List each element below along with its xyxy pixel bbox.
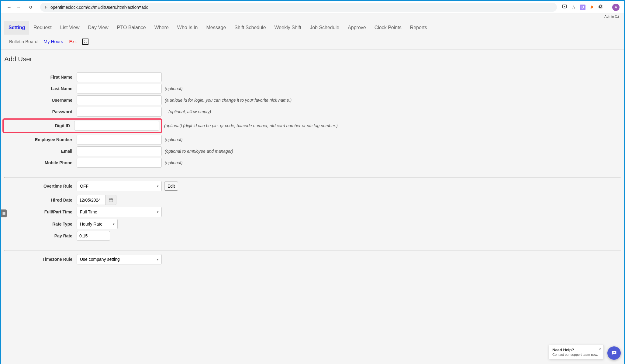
input-username[interactable] bbox=[77, 95, 162, 105]
url-bar[interactable]: ⊪ opentimeclock.com/q2/mEditUsers.html?a… bbox=[40, 3, 557, 12]
label-username: Username bbox=[4, 98, 77, 103]
extensions-puzzle-icon[interactable] bbox=[598, 4, 603, 11]
nav-tab-reports[interactable]: Reports bbox=[406, 21, 431, 35]
label-email: Email bbox=[4, 149, 77, 154]
bookmark-star-icon[interactable]: ☆ bbox=[571, 4, 576, 10]
input-password[interactable] bbox=[77, 107, 162, 117]
button-edit-overtime[interactable]: Edit bbox=[164, 182, 178, 191]
toolbar-divider bbox=[608, 5, 608, 10]
help-title: Need Help? bbox=[552, 348, 600, 352]
nav-secondary: Bulletin Board My Hours Exit bbox=[4, 36, 621, 47]
nav-tab-approve[interactable]: Approve bbox=[344, 21, 370, 35]
input-digit-id[interactable] bbox=[74, 121, 159, 131]
label-first-name: First Name bbox=[4, 75, 77, 80]
label-timezone-rule: Timezone Rule bbox=[4, 257, 77, 262]
field-full-part-time: Full/Part Time Full Time bbox=[4, 207, 621, 217]
nav-tab-list-view[interactable]: List View bbox=[56, 21, 84, 35]
select-rate-type[interactable]: Hourly Rate bbox=[77, 219, 118, 229]
nav-tab-day-view[interactable]: Day View bbox=[84, 21, 113, 35]
label-password: Password bbox=[4, 109, 77, 114]
install-app-icon[interactable] bbox=[562, 4, 567, 11]
hint-digit-id: (optional) (digit id can be pin, qr code… bbox=[164, 123, 338, 128]
input-last-name[interactable] bbox=[77, 84, 162, 94]
extension-d-icon[interactable]: D bbox=[580, 5, 585, 10]
field-rate-type: Rate Type Hourly Rate bbox=[4, 219, 621, 229]
admin-info[interactable]: Admin (1) bbox=[1, 13, 624, 18]
nav-link-exit[interactable]: Exit bbox=[66, 36, 80, 47]
nav-tab-who-is-in[interactable]: Who Is In bbox=[173, 21, 202, 35]
field-timezone-rule: Timezone Rule Use company setting bbox=[4, 254, 621, 264]
label-mobile-phone: Mobile Phone bbox=[4, 160, 77, 165]
field-pay-rate: Pay Rate bbox=[4, 231, 621, 241]
hint-employee-number: (optional) bbox=[165, 137, 182, 142]
forward-button[interactable]: → bbox=[15, 3, 22, 11]
label-digit-id: Digit ID bbox=[4, 123, 74, 128]
field-overtime-rule: Overtime Rule OFF Edit bbox=[4, 181, 621, 191]
main-nav: Setting Request List View Day View PTO B… bbox=[1, 18, 624, 50]
label-full-part-time: Full/Part Time bbox=[4, 209, 77, 214]
reload-button[interactable]: ⟳ bbox=[27, 4, 35, 11]
nav-tab-shift-schedule[interactable]: Shift Schedule bbox=[230, 21, 270, 35]
date-picker-hired bbox=[77, 195, 116, 205]
nav-tab-where[interactable]: Where bbox=[150, 21, 173, 35]
hint-email: (optional to employee and manager) bbox=[165, 149, 233, 154]
nav-link-bulletin-board[interactable]: Bulletin Board bbox=[6, 36, 40, 47]
page: Admin (1) Setting Request List View Day … bbox=[1, 13, 624, 364]
profile-avatar[interactable]: A bbox=[612, 4, 620, 11]
page-title: Add User bbox=[4, 55, 621, 63]
input-hired-date[interactable] bbox=[77, 195, 105, 205]
browser-chrome: ← → ⟳ ⊪ opentimeclock.com/q2/mEditUsers.… bbox=[1, 1, 624, 13]
input-mobile-phone[interactable] bbox=[77, 158, 162, 168]
svg-rect-1 bbox=[109, 199, 112, 202]
nav-tab-weekly-shift[interactable]: Weekly Shift bbox=[270, 21, 306, 35]
nav-tab-message[interactable]: Message bbox=[202, 21, 230, 35]
field-digit-id: Digit ID (optional) (digit id can be pin… bbox=[4, 118, 621, 133]
highlight-digit-id: Digit ID bbox=[2, 118, 162, 133]
svg-point-2 bbox=[613, 352, 613, 353]
svg-point-3 bbox=[614, 352, 615, 353]
url-text: opentimeclock.com/q2/mEditUsers.html?act… bbox=[50, 5, 149, 10]
field-email: Email (optional to employee and manager) bbox=[4, 146, 621, 156]
field-first-name: First Name bbox=[4, 72, 621, 82]
hint-username: (a unique id for login, you can change i… bbox=[165, 98, 292, 103]
select-timezone-rule[interactable]: Use company setting bbox=[77, 254, 162, 264]
nav-tab-request[interactable]: Request bbox=[29, 21, 56, 35]
form-section-timezone: Timezone Rule Use company setting bbox=[4, 251, 621, 264]
nav-arrows: ← → bbox=[4, 3, 24, 11]
select-full-part-time[interactable]: Full Time bbox=[77, 207, 162, 217]
hint-mobile-phone: (optional) bbox=[165, 160, 182, 165]
input-employee-number[interactable] bbox=[77, 135, 162, 145]
nav-tab-clock-points[interactable]: Clock Points bbox=[370, 21, 406, 35]
site-info-icon[interactable]: ⊪ bbox=[44, 5, 47, 9]
hint-last-name: (optional) bbox=[165, 86, 182, 91]
side-tab-toggle[interactable] bbox=[1, 209, 7, 217]
label-overtime-rule: Overtime Rule bbox=[4, 184, 77, 189]
page-content: Add User First Name Last Name (optional)… bbox=[1, 50, 624, 272]
back-button[interactable]: ← bbox=[5, 3, 13, 11]
input-pay-rate[interactable] bbox=[77, 231, 110, 241]
label-employee-number: Employee Number bbox=[4, 137, 77, 142]
help-close-icon[interactable]: × bbox=[599, 346, 602, 351]
field-username: Username (a unique id for login, you can… bbox=[4, 95, 621, 105]
help-widget: × Need Help? Contact our support team no… bbox=[549, 345, 604, 359]
nav-tab-job-schedule[interactable]: Job Schedule bbox=[306, 21, 344, 35]
fullscreen-icon[interactable] bbox=[82, 39, 88, 45]
form-section-personal: First Name Last Name (optional) Username… bbox=[4, 69, 621, 177]
input-email[interactable] bbox=[77, 146, 162, 156]
nav-tab-setting[interactable]: Setting bbox=[4, 21, 29, 35]
select-overtime-rule[interactable]: OFF bbox=[77, 181, 162, 191]
chrome-toolbar-right: ☆ D ✸ A bbox=[562, 4, 621, 11]
extension-sun-icon[interactable]: ✸ bbox=[590, 4, 594, 10]
label-hired-date: Hired Date bbox=[4, 198, 77, 202]
nav-tab-pto-balance[interactable]: PTO Balance bbox=[113, 21, 150, 35]
nav-link-my-hours[interactable]: My Hours bbox=[40, 36, 66, 47]
field-hired-date: Hired Date bbox=[4, 195, 621, 205]
input-first-name[interactable] bbox=[77, 72, 162, 82]
label-last-name: Last Name bbox=[4, 86, 77, 91]
label-pay-rate: Pay Rate bbox=[4, 233, 77, 238]
field-last-name: Last Name (optional) bbox=[4, 84, 621, 94]
calendar-icon[interactable] bbox=[105, 195, 116, 205]
label-rate-type: Rate Type bbox=[4, 222, 77, 226]
chat-bubble-button[interactable] bbox=[607, 346, 621, 360]
help-subtitle: Contact our support team now. bbox=[552, 353, 600, 356]
